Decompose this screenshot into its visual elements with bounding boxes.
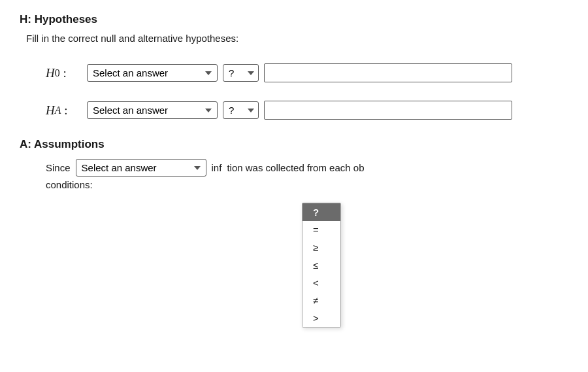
- dropdown-item-gte[interactable]: ≥: [302, 239, 340, 256]
- dropdown-item-question[interactable]: ?: [302, 203, 340, 221]
- ha-text-input[interactable]: [264, 101, 512, 120]
- h-section-title: H: Hypotheses: [20, 13, 568, 26]
- dropdown-item-lt[interactable]: <: [302, 274, 340, 292]
- a-section: A: Assumptions Since Select an answer th…: [20, 138, 568, 191]
- assumption-select-answer[interactable]: Select an answer the sample size is larg…: [76, 159, 206, 177]
- ha-select-symbol[interactable]: ? = ≥ ≤ < ≠ >: [223, 101, 259, 119]
- h0-sub: 0: [55, 67, 60, 79]
- h0-text-input[interactable]: [264, 63, 512, 82]
- dropdown-item-equals[interactable]: =: [302, 221, 340, 239]
- dropdown-item-lte[interactable]: ≤: [302, 256, 340, 274]
- h0-select-answer[interactable]: Select an answer μ p σ: [87, 64, 218, 82]
- h0-select-symbol[interactable]: ? = ≥ ≤ < ≠ >: [223, 64, 259, 82]
- symbol-dropdown: ? = ≥ ≤ < ≠ >: [302, 203, 341, 328]
- since-row: Since Select an answer the sample size i…: [46, 159, 568, 177]
- h-section: H: Hypotheses Fill in the correct null a…: [20, 13, 568, 120]
- since-label: Since: [46, 162, 71, 173]
- dropdown-item-gt[interactable]: >: [302, 309, 340, 327]
- h0-row: H0 : Select an answer μ p σ ? = ≥ ≤ < ≠ …: [46, 63, 568, 82]
- ha-sub: A: [55, 105, 61, 116]
- ha-row: HA : Select an answer μ p σ ? = ≥ ≤ < ≠ …: [46, 101, 568, 120]
- inf-text: inf: [212, 162, 222, 173]
- ha-select-answer[interactable]: Select an answer μ p σ: [87, 101, 218, 119]
- h-section-description: Fill in the correct null and alternative…: [26, 33, 568, 44]
- dropdown-item-neq[interactable]: ≠: [302, 292, 340, 309]
- ha-label: HA :: [46, 103, 82, 118]
- a-section-title: A: Assumptions: [20, 138, 568, 151]
- tion-text: tion was collected from each ob: [227, 162, 364, 173]
- h0-label: H0 :: [46, 66, 82, 80]
- conditions-text: conditions:: [46, 179, 93, 190]
